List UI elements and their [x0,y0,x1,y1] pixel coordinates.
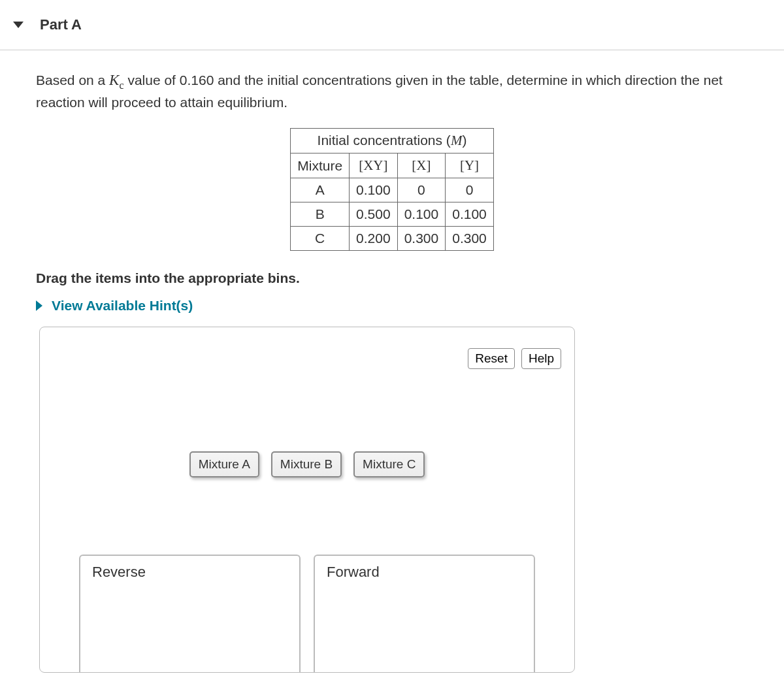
view-hints-toggle[interactable]: View Available Hint(s) [36,298,748,314]
row-x: 0.300 [397,227,446,251]
bin-forward[interactable]: Forward [314,555,535,672]
row-xy: 0.200 [350,227,398,251]
header-mixture: Mixture [291,153,350,178]
bin-label: Forward [327,564,380,580]
caret-down-icon [13,22,24,28]
row-xy: 0.100 [350,178,398,202]
row-label: A [291,178,350,202]
prompt-prefix: Based on a [36,73,109,88]
part-header[interactable]: Part A [0,0,784,50]
row-y: 0 [446,178,494,202]
header-x-text: [X] [412,157,431,173]
table-row: B 0.500 0.100 0.100 [291,202,494,227]
question-prompt: Based on a Kc value of 0.160 and the ini… [36,70,748,112]
table-row: C 0.200 0.300 0.300 [291,227,494,251]
header-xy-text: [XY] [359,157,387,173]
header-y: [Y] [446,153,494,178]
row-x: 0 [397,178,446,202]
header-x: [X] [397,153,446,178]
prompt-middle: value of 0.160 and the initial concentra… [36,73,723,110]
draggable-items: Mixture A Mixture B Mixture C [40,451,574,477]
table-title-unit: M [451,133,463,148]
hints-label: View Available Hint(s) [52,298,193,314]
concentration-table: Initial concentrations (M) Mixture [XY] … [290,128,494,251]
header-y-text: [Y] [460,157,479,173]
drop-bins: Reverse Forward [40,555,574,672]
row-y: 0.100 [446,202,494,227]
row-label: B [291,202,350,227]
row-x: 0.100 [397,202,446,227]
table-title-suffix: ) [462,133,466,148]
table-row: A 0.100 0 0 [291,178,494,202]
kc-letter: K [109,72,119,88]
drag-drop-area: Reset Help Mixture A Mixture B Mixture C… [39,327,575,673]
action-buttons: Reset Help [468,348,561,369]
table-title: Initial concentrations (M) [291,129,494,153]
caret-right-icon [36,300,42,311]
table-title-prefix: Initial concentrations ( [318,133,451,148]
kc-subscript: c [119,80,123,91]
row-y: 0.300 [446,227,494,251]
reset-button[interactable]: Reset [468,348,515,369]
row-xy: 0.500 [350,202,398,227]
part-title: Part A [40,16,82,33]
bin-label: Reverse [92,564,146,580]
bin-reverse[interactable]: Reverse [79,555,301,672]
help-button[interactable]: Help [521,348,561,369]
drag-instruction: Drag the items into the appropriate bins… [36,270,748,286]
kc-symbol: Kc [109,72,123,88]
row-label: C [291,227,350,251]
header-xy: [XY] [350,153,398,178]
chip-mixture-a[interactable]: Mixture A [189,451,259,477]
chip-mixture-c[interactable]: Mixture C [353,451,425,477]
chip-mixture-b[interactable]: Mixture B [271,451,342,477]
table-header-row: Mixture [XY] [X] [Y] [291,153,494,178]
table-container: Initial concentrations (M) Mixture [XY] … [36,128,748,251]
content-area: Based on a Kc value of 0.160 and the ini… [0,50,784,673]
